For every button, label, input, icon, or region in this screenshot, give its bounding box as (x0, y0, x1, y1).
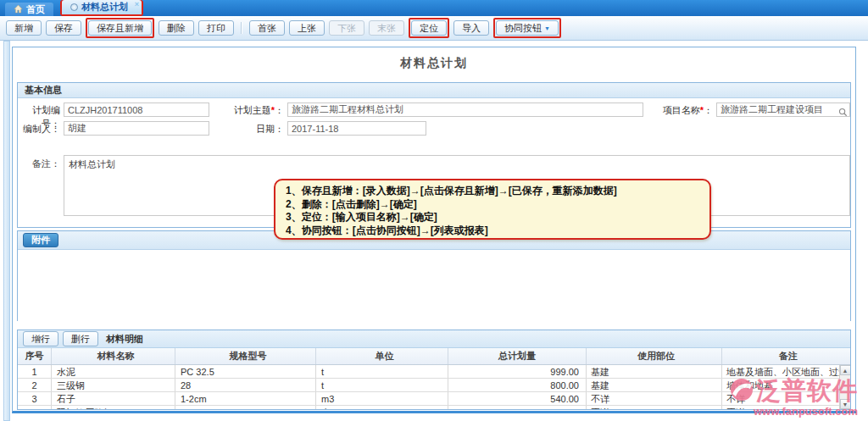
cell-spec: 1-2cm (175, 392, 316, 405)
plan-no-input[interactable] (64, 102, 209, 117)
add-row-button[interactable]: 增行 (23, 331, 58, 346)
tab-home-label: 首页 (26, 3, 45, 16)
cell-seq: 3 (18, 392, 52, 405)
grid-header-row: 序号 材料名称 规格型号 单位 总计划量 使用部位 备注 (18, 348, 850, 365)
table-row[interactable]: 3 石子 1-2cm m3 540.00 不详 不详 (18, 392, 850, 406)
cell-spec: PC 32.5 (175, 365, 316, 378)
delete-row-button[interactable]: 删行 (63, 331, 98, 346)
cell-qty: 600.00 (448, 406, 587, 409)
col-header-spec: 规格型号 (175, 348, 316, 364)
detail-toolbar: 增行 删行 材料明细 (18, 330, 850, 348)
new-button[interactable]: 新增 (6, 20, 42, 36)
cell-seq: 1 (18, 365, 52, 378)
instruction-callout: 1、保存且新增：[录入数据]→[点击保存且新增]→[已保存，重新添加数据] 2、… (274, 179, 711, 240)
col-header-name: 材料名称 (52, 348, 175, 364)
cell-unit: 台 (316, 406, 448, 409)
chevron-down-icon: ▼ (544, 25, 550, 31)
callout-line-4: 4、协同按钮：[点击协同按钮]→[列表或报表] (286, 224, 699, 238)
cell-usage: 不详 (587, 392, 722, 405)
attachment-empty-area (18, 250, 850, 321)
table-row[interactable]: 1 水泥 PC 32.5 t 999.00 基建 地基及墙面、小区地面、过道 (18, 365, 850, 379)
date-label: 日期： (221, 122, 284, 136)
author-input[interactable] (64, 121, 209, 136)
highlight-box-collab: 协同按钮 ▼ (493, 18, 561, 38)
cell-name: 双钢轮压路机 (52, 406, 175, 409)
scroll-down-icon[interactable]: ▼ (840, 399, 851, 409)
table-scrollbar[interactable]: ▲ ▼ (839, 365, 850, 409)
collab-button[interactable]: 协同按钮 ▼ (496, 20, 559, 36)
cell-qty: 540.00 (448, 392, 587, 405)
section-attachment: 附件 (17, 230, 851, 321)
cell-remark: 不详 (722, 392, 850, 405)
import-button[interactable]: 导入 (453, 20, 489, 36)
cell-spec: 28 (175, 379, 316, 391)
cell-spec: DD130 (175, 406, 316, 409)
remark-label: 备注： (18, 157, 60, 170)
section-material-detail: 增行 删行 材料明细 序号 材料名称 规格型号 单位 总计划量 使用部位 备注 … (17, 330, 851, 410)
col-header-unit: 单位 (316, 348, 448, 364)
tab-material-plan[interactable]: 材料总计划 × (62, 0, 142, 14)
cell-remark: 墙体和地基 (722, 379, 850, 391)
tab-active-label: 材料总计划 (81, 1, 128, 14)
project-input[interactable] (716, 102, 850, 117)
save-button[interactable]: 保存 (46, 20, 81, 36)
cell-unit: m3 (316, 392, 448, 405)
callout-line-2: 2、删除：[点击删除]→[确定] (286, 198, 699, 212)
search-icon[interactable] (838, 105, 848, 120)
subject-label: 计划主题*： (221, 103, 284, 117)
cell-name: 三级钢 (52, 379, 175, 391)
cell-seq: 2 (18, 379, 52, 391)
detail-grid: 序号 材料名称 规格型号 单位 总计划量 使用部位 备注 1 水泥 PC 32.… (18, 348, 850, 409)
cell-remark: 不详 (722, 406, 850, 409)
detail-title: 材料明细 (106, 333, 143, 346)
attachment-button[interactable]: 附件 (23, 233, 58, 247)
scroll-up-icon[interactable]: ▲ (840, 365, 851, 375)
project-label: 项目名称*： (648, 103, 713, 117)
page-title: 材料总计划 (13, 56, 855, 71)
delete-button[interactable]: 删除 (159, 20, 194, 36)
cell-name: 水泥 (52, 365, 175, 378)
last-record-button[interactable]: 末张 (369, 20, 404, 36)
cell-name: 石子 (52, 392, 175, 405)
project-input-wrap (716, 102, 850, 117)
cell-usage: 基建 (587, 365, 722, 378)
col-header-qty: 总计划量 (448, 348, 587, 364)
form-panel: 材料总计划 基本信息 计划编号： 计划主题*： 项目名称*： 编制人： 日期： … (12, 47, 856, 413)
next-record-button[interactable]: 下张 (329, 20, 364, 36)
save-and-new-button[interactable]: 保存且新增 (88, 20, 152, 36)
cell-qty: 999.00 (448, 365, 587, 378)
home-icon (14, 4, 23, 15)
author-label: 编制人： (18, 122, 60, 136)
col-header-usage: 使用部位 (587, 348, 722, 364)
cell-unit: t (316, 379, 448, 391)
subject-input[interactable] (287, 102, 643, 117)
cell-remark: 地基及墙面、小区地面、过道 (722, 365, 850, 378)
highlight-box-save-new: 保存且新增 (86, 18, 154, 38)
toolbar: 新增 保存 保存且新增 删除 打印 首张 上张 下张 末张 定位 导入 协同按钮… (0, 16, 868, 41)
tab-home[interactable]: 首页 (5, 3, 53, 16)
cell-seq: 4 (18, 406, 52, 409)
table-row[interactable]: 4 双钢轮压路机 DD130 台 600.00 不详 不详 (18, 406, 850, 409)
col-header-seq: 序号 (18, 348, 52, 364)
date-input[interactable] (287, 121, 426, 136)
col-header-remark: 备注 (722, 348, 850, 364)
toolbar-separator (241, 22, 242, 34)
highlight-box-locate: 定位 (409, 18, 449, 38)
close-icon[interactable]: × (135, 0, 139, 8)
highlight-box-tab: 材料总计划 × (60, 0, 143, 16)
plan-no-label: 计划编号： (18, 103, 60, 117)
locate-button[interactable]: 定位 (411, 20, 447, 36)
left-collapse-strip[interactable] (3, 41, 10, 421)
callout-line-3: 3、定位：[输入项目名称]→[确定] (286, 211, 699, 224)
callout-line-1: 1、保存且新增：[录入数据]→[点击保存且新增]→[已保存，重新添加数据] (286, 185, 699, 198)
print-button[interactable]: 打印 (198, 20, 234, 36)
document-icon (70, 3, 78, 11)
cell-qty: 800.00 (448, 379, 587, 391)
collab-button-label: 协同按钮 (504, 22, 542, 35)
tab-bar: 首页 材料总计划 × (0, 0, 868, 16)
cell-usage: 不详 (587, 406, 722, 409)
first-record-button[interactable]: 首张 (249, 20, 285, 36)
prev-record-button[interactable]: 上张 (289, 20, 325, 36)
section-basic-info-header: 基本信息 (18, 83, 850, 98)
table-row[interactable]: 2 三级钢 28 t 800.00 基建 墙体和地基 (18, 379, 850, 392)
